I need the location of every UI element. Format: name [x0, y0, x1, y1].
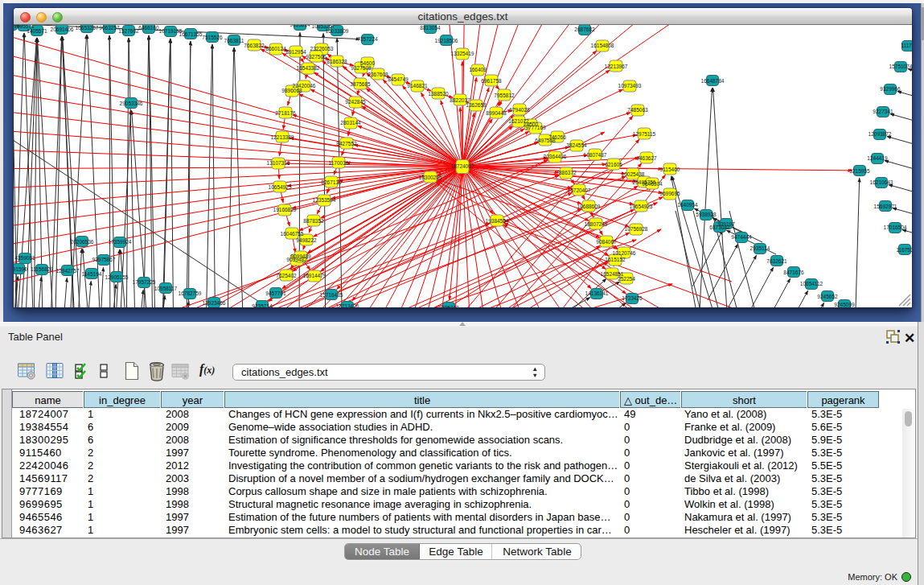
- svg-text:7625402: 7625402: [276, 273, 297, 278]
- svg-text:14136141: 14136141: [585, 290, 609, 296]
- svg-text:15716485: 15716485: [320, 292, 343, 298]
- svg-text:6466160: 6466160: [138, 25, 159, 31]
- svg-text:20691406: 20691406: [51, 27, 74, 32]
- svg-text:17359924: 17359924: [109, 239, 132, 245]
- svg-text:1527602: 1527602: [118, 28, 139, 34]
- svg-text:2687682: 2687682: [574, 27, 595, 32]
- svg-text:9457791: 9457791: [265, 290, 286, 296]
- svg-text:12923466: 12923466: [203, 300, 226, 306]
- svg-text:16782759: 16782759: [179, 290, 202, 296]
- svg-text:8267130: 8267130: [321, 179, 342, 185]
- svg-text:9327506: 9327506: [306, 54, 326, 60]
- svg-text:4359061: 4359061: [14, 255, 35, 261]
- svg-text:9146821: 9146821: [407, 83, 428, 89]
- svg-text:6961758: 6961758: [481, 78, 502, 84]
- svg-text:621605: 621605: [605, 162, 622, 167]
- svg-text:9777169: 9777169: [525, 125, 546, 130]
- svg-text:3215955: 3215955: [849, 168, 870, 174]
- svg-text:9227341: 9227341: [873, 109, 893, 114]
- svg-text:8878352: 8878352: [303, 218, 324, 224]
- svg-text:10958117: 10958117: [154, 286, 178, 291]
- svg-text:10653267: 10653267: [76, 25, 99, 31]
- svg-text:16914479: 16914479: [303, 273, 326, 278]
- svg-text:18807249: 18807249: [585, 221, 608, 227]
- svg-text:252254: 252254: [618, 276, 635, 282]
- svg-text:2935114: 2935114: [750, 245, 770, 251]
- svg-text:10654925: 10654925: [269, 184, 292, 190]
- svg-text:7886372: 7886372: [556, 170, 577, 175]
- svg-text:8660124: 8660124: [265, 46, 286, 51]
- svg-text:6794028: 6794028: [509, 107, 530, 113]
- svg-text:20206536: 20206536: [71, 239, 94, 245]
- svg-text:7632621: 7632621: [766, 258, 787, 264]
- svg-text:17957225: 17957225: [133, 279, 156, 285]
- svg-text:9245099: 9245099: [834, 302, 855, 307]
- svg-text:9646304: 9646304: [642, 181, 663, 187]
- svg-text:18724007: 18724007: [451, 163, 474, 169]
- svg-text:13107316: 13107316: [267, 160, 290, 166]
- svg-text:16046755: 16046755: [281, 231, 304, 237]
- svg-text:116753: 116753: [896, 247, 912, 253]
- svg-text:11156829: 11156829: [31, 266, 53, 272]
- svg-text:3875685: 3875685: [350, 81, 371, 87]
- svg-text:9463627: 9463627: [636, 155, 657, 161]
- svg-text:19166829: 19166829: [273, 207, 297, 212]
- svg-text:7485063: 7485063: [627, 107, 648, 113]
- svg-text:1362658: 1362658: [466, 102, 487, 108]
- svg-text:9063257: 9063257: [99, 25, 120, 31]
- svg-text:8912954: 8912954: [285, 49, 306, 55]
- svg-text:9327508: 9327508: [351, 65, 372, 71]
- svg-text:12975115: 12975115: [633, 131, 656, 137]
- svg-text:10756928: 10756928: [625, 226, 648, 232]
- svg-text:10688609: 10688609: [577, 204, 601, 209]
- svg-text:18300295: 18300295: [419, 175, 442, 180]
- svg-text:12213389: 12213389: [271, 134, 294, 140]
- svg-text:19384554: 19384554: [486, 218, 509, 224]
- svg-text:20364436: 20364436: [544, 154, 567, 159]
- svg-text:1145194: 1145194: [82, 271, 102, 277]
- svg-text:16210643: 16210643: [870, 179, 893, 185]
- svg-text:29053346: 29053346: [120, 101, 143, 106]
- svg-text:1170036: 1170036: [329, 160, 349, 166]
- svg-text:8427552: 8427552: [336, 141, 357, 146]
- svg-text:10973493: 10973493: [618, 83, 642, 89]
- svg-text:17016504: 17016504: [884, 225, 907, 230]
- svg-text:12093872: 12093872: [869, 131, 892, 137]
- svg-text:11171: 11171: [901, 43, 912, 48]
- svg-text:93975867: 93975867: [92, 257, 116, 262]
- svg-text:3824554: 3824554: [566, 142, 587, 148]
- svg-text:7663822: 7663822: [244, 43, 265, 48]
- svg-text:16648784: 16648784: [701, 78, 725, 84]
- svg-text:9115460: 9115460: [660, 167, 680, 172]
- svg-text:10120746: 10120746: [613, 250, 636, 256]
- svg-text:5938928: 5938928: [696, 212, 717, 217]
- svg-text:8454749: 8454749: [388, 76, 409, 82]
- svg-text:15720407: 15720407: [568, 187, 591, 193]
- svg-text:391590: 391590: [14, 266, 27, 272]
- svg-text:10654112: 10654112: [800, 281, 823, 286]
- svg-text:1640954: 1640954: [677, 202, 698, 208]
- svg-text:9329966: 9329966: [880, 86, 901, 92]
- svg-text:1405571: 1405571: [27, 28, 47, 34]
- svg-text:13325419: 13325419: [451, 51, 474, 56]
- svg-text:746266: 746266: [548, 134, 566, 140]
- svg-text:16033809: 16033809: [326, 28, 349, 34]
- svg-text:9242845: 9242845: [345, 99, 366, 105]
- svg-text:10025438: 10025438: [622, 171, 645, 177]
- svg-text:7357224: 7357224: [357, 36, 378, 42]
- svg-text:19654923: 19654923: [630, 204, 653, 209]
- svg-text:7515526: 7515526: [202, 35, 223, 40]
- svg-text:8471676: 8471676: [783, 270, 804, 275]
- svg-text:15692971: 15692971: [874, 204, 897, 209]
- svg-text:7663811: 7663811: [224, 38, 244, 43]
- svg-text:2718176: 2718176: [275, 110, 296, 116]
- svg-text:8990448: 8990448: [486, 110, 507, 116]
- svg-text:2367608: 2367608: [368, 72, 388, 77]
- svg-text:54600: 54600: [360, 60, 375, 66]
- svg-text:9053814: 9053814: [290, 25, 310, 27]
- svg-text:2803144: 2803144: [340, 120, 361, 126]
- svg-text:9474444: 9474444: [731, 234, 752, 240]
- svg-text:23226053: 23226053: [310, 46, 334, 51]
- svg-text:9084067: 9084067: [596, 239, 617, 245]
- svg-text:16671355: 16671355: [179, 31, 203, 37]
